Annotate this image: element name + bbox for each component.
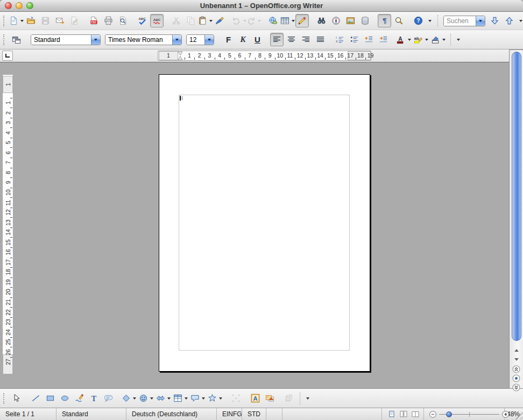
zoom-slider-thumb[interactable] bbox=[446, 411, 452, 417]
zoom-button-toolbar[interactable] bbox=[392, 14, 406, 27]
export-pdf-button[interactable]: PDF bbox=[87, 14, 101, 27]
symbol-shapes-button-dropdown[interactable] bbox=[150, 392, 154, 404]
next-page-button[interactable] bbox=[512, 383, 520, 391]
stars-button[interactable] bbox=[207, 391, 223, 405]
navigation-button[interactable] bbox=[512, 374, 520, 382]
close-button[interactable] bbox=[5, 2, 12, 9]
toolbar-drag-handle[interactable] bbox=[3, 16, 6, 26]
insert-table-button-dropdown[interactable] bbox=[291, 15, 295, 27]
align-right-button[interactable] bbox=[299, 33, 313, 46]
underline-button[interactable]: U bbox=[251, 33, 264, 46]
new-document-button[interactable] bbox=[10, 14, 23, 27]
align-center-button[interactable] bbox=[285, 33, 298, 46]
redo-button-dropdown[interactable] bbox=[257, 15, 262, 27]
minimize-button[interactable] bbox=[16, 2, 23, 9]
basic-shapes-button[interactable] bbox=[121, 391, 137, 405]
toolbar-more-button[interactable] bbox=[304, 391, 312, 405]
ellipse-button[interactable] bbox=[58, 391, 72, 405]
find-previous-button[interactable] bbox=[503, 14, 516, 27]
toolbar-more-button[interactable] bbox=[426, 14, 434, 27]
bold-button[interactable]: F bbox=[222, 33, 235, 46]
callout-shapes-button-dropdown[interactable] bbox=[201, 392, 206, 404]
resize-grip[interactable] bbox=[515, 412, 522, 419]
data-sources-button[interactable] bbox=[358, 14, 372, 27]
background-color-button[interactable] bbox=[430, 33, 447, 46]
status-language[interactable]: Deutsch (Deutschland) bbox=[126, 408, 217, 420]
font-size-combobox-field[interactable] bbox=[187, 35, 204, 45]
status-page-style[interactable]: Standard bbox=[56, 408, 126, 420]
justify-button[interactable] bbox=[314, 33, 327, 46]
help-button[interactable]: ? bbox=[412, 14, 425, 27]
text-box-button[interactable]: T bbox=[87, 391, 101, 405]
title-bar[interactable]: Unbenannt 1 – OpenOffice.org Writer bbox=[0, 0, 523, 12]
font-name-combobox[interactable] bbox=[105, 34, 182, 45]
toolbar-more-button[interactable] bbox=[455, 33, 462, 46]
vertical-scrollbar[interactable] bbox=[509, 49, 523, 388]
text-boundary[interactable] bbox=[179, 95, 350, 351]
paste-button[interactable] bbox=[199, 14, 212, 27]
line-button[interactable] bbox=[29, 391, 43, 405]
status-insert-mode[interactable]: EINFG bbox=[217, 408, 242, 420]
font-color-button[interactable]: A bbox=[396, 33, 412, 46]
scrollbar-thumb[interactable] bbox=[512, 52, 521, 341]
hyperlink-button[interactable] bbox=[266, 14, 280, 27]
block-arrows-button[interactable] bbox=[156, 391, 172, 405]
font-name-combobox-arrow[interactable] bbox=[172, 35, 181, 45]
auto-spellcheck-toggle[interactable]: ABC bbox=[150, 14, 164, 27]
horizontal-ruler[interactable]: 112345678910111213141516171819 bbox=[158, 51, 371, 61]
zoom-out-icon[interactable] bbox=[429, 411, 436, 418]
draw-functions-toggle[interactable] bbox=[295, 14, 309, 27]
font-color-button-dropdown[interactable] bbox=[407, 33, 412, 46]
search-combobox-field[interactable] bbox=[444, 16, 476, 26]
toolbar-drag-handle[interactable] bbox=[3, 34, 6, 45]
stars-button-dropdown[interactable] bbox=[218, 392, 223, 404]
decrease-indent-button[interactable] bbox=[362, 33, 376, 46]
spellcheck-button[interactable]: ABC bbox=[136, 14, 149, 27]
navigator-button[interactable] bbox=[329, 14, 343, 27]
italic-button[interactable]: K bbox=[236, 33, 250, 46]
formatting-marks-toggle[interactable]: ¶ bbox=[378, 14, 391, 27]
document-page[interactable] bbox=[159, 74, 370, 372]
toolbar-drag-handle[interactable] bbox=[3, 393, 6, 404]
status-selection-mode[interactable]: STD bbox=[242, 408, 266, 420]
callout-button[interactable] bbox=[102, 391, 115, 405]
previous-page-button[interactable] bbox=[512, 365, 520, 373]
increase-indent-button[interactable] bbox=[377, 33, 390, 46]
status-page[interactable]: Seite 1 / 1 bbox=[0, 408, 56, 420]
freeform-line-button[interactable] bbox=[73, 391, 86, 405]
styles-window-button[interactable] bbox=[10, 33, 23, 46]
search-combobox-arrow[interactable] bbox=[476, 16, 485, 26]
open-button[interactable] bbox=[24, 14, 38, 27]
tab-stop-selector[interactable] bbox=[2, 51, 13, 61]
vertical-ruler[interactable]: 1123456789101112131415161718192021222324… bbox=[2, 74, 13, 375]
zoom-button[interactable] bbox=[26, 2, 33, 9]
callout-shapes-button[interactable] bbox=[190, 391, 206, 405]
print-button[interactable] bbox=[102, 14, 115, 27]
toolbar-more-button[interactable] bbox=[517, 14, 523, 27]
select-button[interactable] bbox=[10, 391, 23, 405]
indent-marker[interactable] bbox=[178, 51, 183, 60]
align-left-button[interactable] bbox=[270, 33, 284, 46]
font-size-combobox-arrow[interactable] bbox=[204, 35, 214, 45]
block-arrows-button-dropdown[interactable] bbox=[167, 392, 171, 404]
zoom-in-icon[interactable] bbox=[502, 411, 509, 418]
find-next-button[interactable] bbox=[488, 14, 501, 27]
gallery-button[interactable] bbox=[344, 14, 357, 27]
find-replace-button[interactable] bbox=[315, 14, 328, 27]
format-paintbrush-button[interactable] bbox=[213, 14, 227, 27]
insert-table-button[interactable] bbox=[281, 14, 294, 27]
scroll-down-button[interactable] bbox=[513, 355, 520, 363]
new-document-button-dropdown[interactable] bbox=[20, 15, 24, 27]
numbered-list-button[interactable]: III bbox=[333, 33, 347, 46]
view-book-button[interactable] bbox=[411, 410, 420, 418]
highlighting-button-dropdown[interactable] bbox=[425, 33, 429, 46]
picture-from-file-button[interactable] bbox=[263, 391, 277, 405]
paragraph-style-combobox-arrow[interactable] bbox=[91, 35, 100, 45]
view-single-page-button[interactable] bbox=[387, 410, 396, 418]
font-name-combobox-field[interactable] bbox=[105, 35, 172, 45]
paragraph-style-combobox[interactable] bbox=[31, 34, 101, 45]
paragraph-style-combobox-field[interactable] bbox=[31, 35, 91, 45]
flowchart-button[interactable] bbox=[173, 391, 189, 405]
scroll-up-button[interactable] bbox=[513, 347, 520, 354]
rectangle-button[interactable] bbox=[44, 391, 57, 405]
